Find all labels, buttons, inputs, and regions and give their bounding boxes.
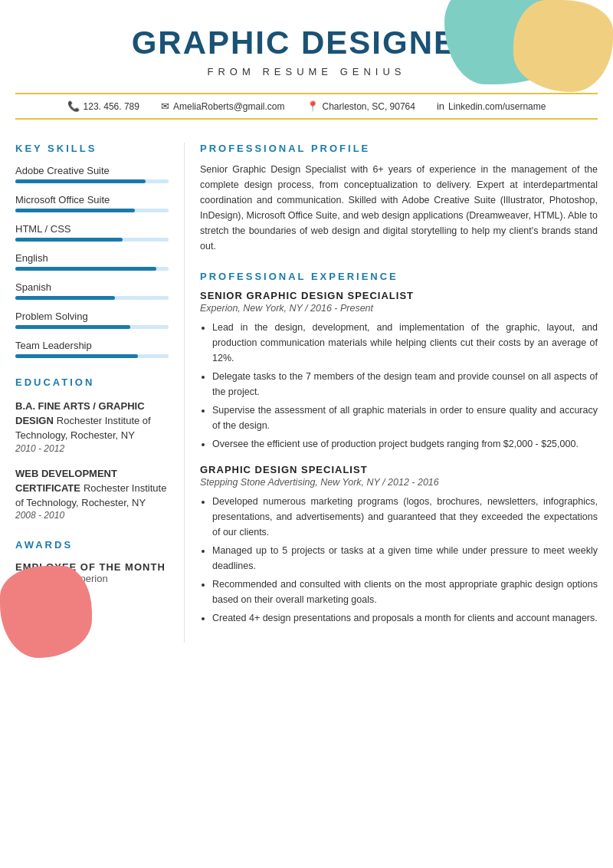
list-item: Developed numerous marketing programs (l…	[212, 494, 598, 540]
skills-list: Adobe Creative Suite Microsoft Office Su…	[15, 165, 169, 358]
skills-title: KEY SKILLS	[15, 143, 169, 154]
contact-location: 📍 Charleston, SC, 90764	[306, 100, 415, 112]
skill-item: Spanish	[15, 281, 169, 300]
awards-title: AWARDS	[15, 539, 169, 551]
list-item: Recommended and consulted with clients o…	[212, 577, 598, 607]
skills-section: KEY SKILLS Adobe Creative Suite Microsof…	[15, 143, 169, 358]
list-item: Created 4+ design presentations and prop…	[212, 610, 598, 626]
email-icon: ✉	[161, 100, 169, 112]
contact-phone: 📞 123. 456. 789	[67, 100, 139, 112]
contact-email: ✉ AmeliaRoberts@gmail.com	[161, 100, 285, 112]
edu-years: 2008 - 2010	[15, 510, 169, 521]
experience-title: PROFESSIONAL EXPERIENCE	[200, 271, 598, 282]
skill-bar-fill	[15, 209, 135, 212]
job-bullets: Lead in the design, development, and imp…	[200, 320, 598, 452]
skill-name: HTML / CSS	[15, 223, 169, 235]
jobs-list: SENIOR GRAPHIC DESIGN SPECIALIST Experio…	[200, 290, 598, 626]
skill-name: English	[15, 252, 169, 264]
job-entry: SENIOR GRAPHIC DESIGN SPECIALIST Experio…	[200, 290, 598, 452]
location-icon: 📍	[306, 100, 319, 112]
skill-bar-fill	[15, 296, 115, 300]
skill-bar-background	[15, 296, 169, 300]
skill-item: HTML / CSS	[15, 223, 169, 242]
skill-name: Microsoft Office Suite	[15, 194, 169, 205]
job-entry: GRAPHIC DESIGN SPECIALIST Stepping Stone…	[200, 464, 598, 626]
skill-bar-background	[15, 325, 169, 329]
experience-section: PROFESSIONAL EXPERIENCE SENIOR GRAPHIC D…	[200, 271, 598, 626]
phone-icon: 📞	[67, 100, 80, 112]
phone-text: 123. 456. 789	[84, 101, 139, 112]
list-item: Managed up to 5 projects or tasks at a g…	[212, 543, 598, 574]
skill-bar-background	[15, 238, 169, 242]
contact-bar: 📞 123. 456. 789 ✉ AmeliaRoberts@gmail.co…	[15, 93, 598, 120]
edu-degree: B.A. FINE ARTS / GRAPHIC DESIGN Rocheste…	[15, 399, 169, 443]
edu-years: 2010 - 2012	[15, 443, 169, 454]
profile-title: PROFESSIONAL PROFILE	[200, 143, 598, 154]
location-text: Charleston, SC, 90764	[323, 101, 415, 112]
skill-bar-background	[15, 354, 169, 358]
job-company: Experion, New York, NY / 2016 - Present	[200, 303, 598, 314]
skill-item: Problem Solving	[15, 311, 169, 329]
skill-bar-fill	[15, 267, 156, 271]
email-text: AmeliaRoberts@gmail.com	[173, 101, 285, 112]
skill-bar-background	[15, 179, 169, 183]
list-item: Oversee the efficient use of production …	[212, 436, 598, 452]
education-entry: B.A. FINE ARTS / GRAPHIC DESIGN Rocheste…	[15, 399, 169, 454]
skill-bar-fill	[15, 354, 138, 358]
skill-item: Team Leadership	[15, 340, 169, 358]
decorative-blob-coral	[0, 566, 92, 658]
main-layout: KEY SKILLS Adobe Creative Suite Microsof…	[0, 127, 613, 658]
skill-bar-background	[15, 209, 169, 212]
job-title: GRAPHIC DESIGN SPECIALIST	[200, 464, 598, 475]
linkedin-text: Linkedin.com/username	[448, 101, 546, 112]
skill-bar-fill	[15, 179, 146, 183]
list-item: Delegate tasks to the 7 members of the d…	[212, 369, 598, 399]
decorative-blob-yellow	[513, 0, 613, 92]
skill-item: Adobe Creative Suite	[15, 165, 169, 183]
skill-bar-fill	[15, 238, 123, 242]
skill-name: Spanish	[15, 281, 169, 293]
profile-section: PROFESSIONAL PROFILE Senior Graphic Desi…	[200, 143, 598, 254]
linkedin-icon: in	[437, 100, 444, 112]
skill-bar-background	[15, 267, 169, 271]
job-company: Stepping Stone Advertising, New York, NY…	[200, 477, 598, 488]
education-entry: WEB DEVELOPMENT CERTIFICATE Rochester In…	[15, 466, 169, 521]
skill-bar-fill	[15, 325, 130, 329]
skill-name: Team Leadership	[15, 340, 169, 351]
profile-text: Senior Graphic Design Specialist with 6+…	[200, 162, 598, 254]
list-item: Supervise the assessment of all graphic …	[212, 403, 598, 433]
contact-linkedin: in Linkedin.com/username	[437, 100, 546, 112]
job-bullets: Developed numerous marketing programs (l…	[200, 494, 598, 626]
skill-name: Adobe Creative Suite	[15, 165, 169, 176]
edu-degree: WEB DEVELOPMENT CERTIFICATE Rochester In…	[15, 466, 169, 511]
education-list: B.A. FINE ARTS / GRAPHIC DESIGN Rocheste…	[15, 399, 169, 521]
education-title: EDUCATION	[15, 376, 169, 388]
skill-item: English	[15, 252, 169, 271]
education-section: EDUCATION B.A. FINE ARTS / GRAPHIC DESIG…	[15, 376, 169, 521]
skill-item: Microsoft Office Suite	[15, 194, 169, 212]
main-content: PROFESSIONAL PROFILE Senior Graphic Desi…	[184, 143, 598, 643]
skill-name: Problem Solving	[15, 311, 169, 322]
job-title: SENIOR GRAPHIC DESIGN SPECIALIST	[200, 290, 598, 301]
list-item: Lead in the design, development, and imp…	[212, 320, 598, 366]
